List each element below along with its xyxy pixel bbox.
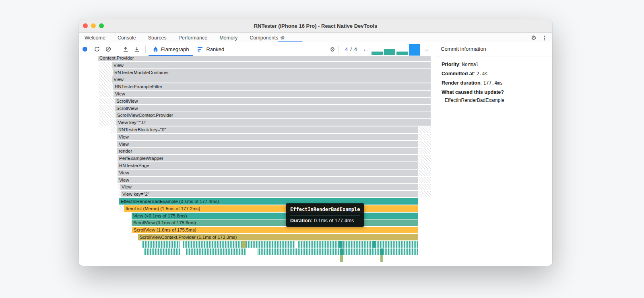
devtools-window: RNTester (iPhone 16 Pro) - React Native … — [79, 19, 552, 266]
flame-bar[interactable]: ScrollView (0.1ms of 175.6ms) — [132, 219, 418, 226]
flamegraph-view-tab[interactable]: Flamegraph — [149, 42, 193, 56]
flame-bar[interactable]: View — [112, 62, 431, 68]
devtools-tab-bar: WelcomeConsoleSourcesPerformanceMemoryCo… — [79, 33, 552, 43]
close-button[interactable] — [83, 23, 88, 28]
flame-leaf-bar[interactable] — [380, 255, 383, 262]
tooltip-duration: Duration: 0.1ms of 177.4ms — [290, 218, 360, 224]
settings-gear-icon[interactable]: ⚙ — [531, 35, 537, 41]
tooltip-divider — [290, 215, 360, 215]
export-profile-icon[interactable] — [134, 46, 140, 52]
commit-total: 4 — [354, 46, 357, 52]
commit-bar-3[interactable] — [396, 52, 408, 54]
ranked-view-tab[interactable]: Ranked — [193, 42, 229, 56]
flame-bar[interactable]: RNTesterBlock key="0" — [117, 126, 418, 133]
flame-bar[interactable]: Context.Provider — [98, 56, 431, 61]
zoom-button[interactable] — [99, 23, 104, 28]
record-button[interactable] — [83, 47, 87, 52]
tooltip-duration-label: Duration: — [290, 218, 313, 224]
flame-bar[interactable]: View — [118, 177, 418, 183]
tab-performance[interactable]: Performance — [179, 35, 208, 41]
more-options-kebab-icon[interactable]: ⋮ — [542, 35, 547, 41]
commit-info-panel: Commit information Priority: NormalCommi… — [435, 42, 552, 266]
flame-bar[interactable]: View — [112, 76, 431, 83]
separator — [338, 46, 339, 53]
commit-counter-separator: / — [350, 46, 352, 52]
tab-sources[interactable]: Sources — [148, 35, 167, 41]
flame-bar[interactable]: ScrollViewContext.Provider — [116, 112, 431, 118]
flamegraph-view-label: Flamegraph — [161, 46, 189, 52]
tab-label: Welcome — [85, 35, 105, 41]
field-label: Committed at — [442, 71, 474, 77]
flame-micro-bars-row-1[interactable] — [246, 241, 295, 248]
flame-left-hatch — [99, 105, 115, 112]
previous-commit-arrow-icon[interactable]: ← — [360, 46, 372, 52]
flame-micro-bar-solid[interactable] — [339, 241, 343, 248]
flame-bar[interactable]: View — [120, 184, 418, 190]
flame-leaf-bar[interactable] — [340, 255, 343, 262]
tab-welcome[interactable]: Welcome — [85, 35, 105, 41]
flame-micro-bar-olive[interactable] — [242, 241, 246, 248]
commit-info-field: Render duration: 177.4ms — [442, 80, 546, 86]
flame-micro-bars-row-2[interactable] — [186, 248, 246, 255]
tab-components[interactable]: Components — [250, 35, 285, 41]
next-commit-arrow-icon[interactable]: → — [420, 46, 431, 52]
flame-micro-bar-solid[interactable] — [380, 248, 383, 255]
tab-memory[interactable]: Memory — [219, 35, 237, 41]
tab-console[interactable]: Console — [118, 35, 136, 41]
profiler-settings-gear-icon[interactable]: ⚙ — [330, 46, 335, 52]
traffic-lights — [83, 23, 104, 28]
commit-selector: ⚙ 4 / 4 ← → — [330, 43, 435, 56]
flame-left-hatch — [99, 91, 114, 97]
flame-bar[interactable]: View (<0.1ms of 175.6ms) — [132, 213, 418, 219]
tab-label: Console — [118, 35, 136, 41]
flame-left-hatch — [99, 62, 112, 68]
flame-bar[interactable]: render — [117, 148, 418, 154]
flame-bar[interactable]: View key=".0" — [116, 119, 431, 126]
flame-bar[interactable]: ItemList (Memo) (1.5ms of 177.2ms) — [124, 205, 418, 212]
import-profile-icon[interactable] — [122, 46, 129, 52]
reload-profile-icon[interactable] — [94, 46, 100, 52]
clear-profile-icon[interactable] — [105, 46, 111, 52]
flame-bar[interactable]: View — [118, 170, 418, 176]
flame-right-hatch — [419, 184, 431, 190]
flame-micro-bar-solid[interactable] — [373, 241, 376, 248]
commit-bar-2[interactable] — [384, 49, 395, 54]
flame-micro-bars-row-1[interactable] — [142, 241, 180, 248]
flame-bar[interactable]: RNTesterModuleContainer — [113, 69, 431, 76]
flame-bar[interactable]: ScrollView (1.6ms of 175.5ms) — [132, 227, 418, 233]
flame-left-hatch — [99, 83, 113, 90]
field-label: Render duration — [442, 80, 481, 86]
flame-bar[interactable]: View key="2" — [121, 191, 418, 197]
flame-bar[interactable]: View — [117, 134, 418, 140]
flame-bar[interactable]: View — [117, 141, 418, 147]
tab-label: Components — [250, 35, 278, 41]
update-cause-component[interactable]: EffectInRenderBadExample — [442, 97, 546, 103]
react-atom-icon — [280, 35, 285, 40]
commit-bar-selector — [372, 43, 420, 56]
ranked-view-label: Ranked — [206, 46, 224, 52]
commit-bar-1[interactable] — [372, 52, 383, 54]
flame-left-hatch — [99, 119, 116, 126]
profiler-actions: Flamegraph Ranked — [79, 42, 229, 56]
flame-micro-bar-solid[interactable] — [340, 248, 343, 255]
flame-bar[interactable]: RNTesterPage — [118, 162, 418, 169]
flame-bar[interactable]: ScrollView — [115, 98, 431, 104]
flame-micro-bars-row-2[interactable] — [258, 248, 418, 255]
ranked-bars-icon — [198, 47, 203, 52]
flame-right-hatch — [419, 141, 431, 147]
commit-info-field: Committed at: 2.4s — [442, 71, 546, 77]
field-value: Normal — [462, 62, 479, 67]
flame-bar[interactable]: ScrollView — [115, 105, 431, 112]
flame-micro-bars-row-1[interactable] — [183, 241, 242, 248]
field-value: 2.4s — [477, 71, 488, 77]
flame-bar[interactable]: EffectInRenderBadExample (0.1ms of 177.4… — [119, 198, 418, 205]
flame-bar[interactable]: RNTesterExampleFilter — [113, 83, 431, 90]
flame-micro-bars-row-1[interactable] — [298, 241, 418, 248]
minimize-button[interactable] — [91, 23, 96, 28]
flame-micro-bars-row-2[interactable] — [144, 248, 180, 255]
separator — [117, 46, 117, 53]
commit-bar-4[interactable] — [409, 44, 420, 54]
flame-bar[interactable]: PerfExampleWrapper — [118, 155, 418, 161]
flame-bar[interactable]: ScrollViewContext.Provider (1.1ms of 173… — [138, 234, 418, 240]
flame-bar[interactable]: View — [114, 91, 431, 97]
